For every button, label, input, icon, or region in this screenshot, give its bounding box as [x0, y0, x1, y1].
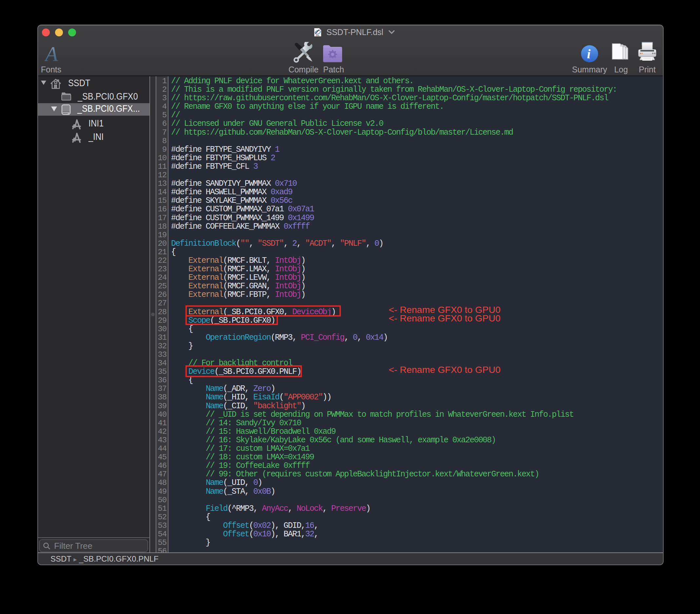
svg-text:DSL: DSL	[316, 34, 320, 36]
svg-text:A: A	[45, 44, 58, 62]
svg-text:i: i	[587, 47, 590, 61]
